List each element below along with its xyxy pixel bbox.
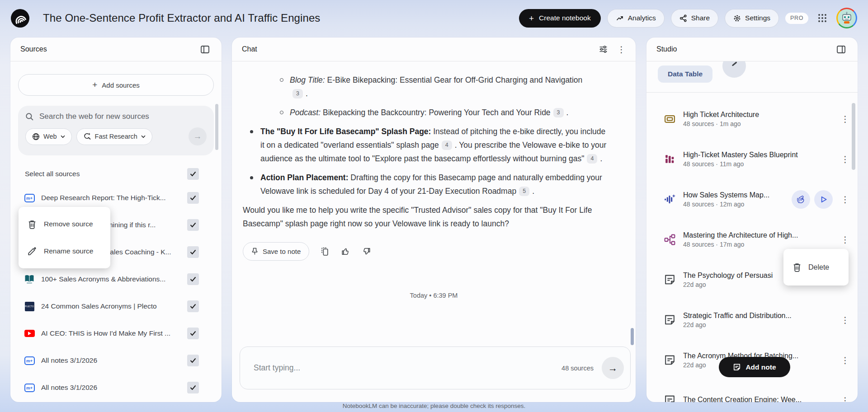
rename-source-menu-item[interactable]: Rename source bbox=[19, 238, 110, 265]
source-checkbox[interactable] bbox=[187, 192, 199, 204]
chat-scrollbar[interactable] bbox=[631, 328, 634, 345]
kebab-icon[interactable]: ⋮ bbox=[841, 396, 849, 402]
chat-message: Blog Title: E-Bike Bikepacking: Essentia… bbox=[232, 61, 636, 302]
trash-icon bbox=[793, 262, 802, 272]
sources-panel-title: Sources bbox=[20, 45, 47, 53]
web-filter-dropdown[interactable]: Web bbox=[25, 128, 72, 145]
collapse-panel-icon[interactable] bbox=[198, 42, 212, 56]
kebab-icon[interactable]: ⋮ bbox=[841, 195, 849, 204]
sources-scrollbar[interactable] bbox=[215, 104, 218, 150]
source-checkbox[interactable] bbox=[187, 382, 199, 393]
studio-panel-title: Studio bbox=[656, 45, 677, 53]
studio-item[interactable]: Strategic Traffic and Distribution... 22… bbox=[646, 300, 858, 340]
citation-chip[interactable]: 3 bbox=[292, 89, 303, 98]
studio-list: High Ticket Architecture 48 sources · 1m… bbox=[646, 93, 858, 402]
kebab-icon[interactable]: ⋮ bbox=[841, 316, 849, 324]
google-apps-grid-icon[interactable] bbox=[815, 10, 830, 26]
collapse-panel-icon[interactable] bbox=[834, 42, 848, 56]
kebab-icon[interactable]: ⋮ bbox=[841, 235, 849, 244]
plus-icon: + bbox=[92, 80, 97, 90]
save-to-note-button[interactable]: Save to note bbox=[243, 242, 309, 261]
source-checkbox[interactable] bbox=[187, 328, 199, 339]
search-input[interactable] bbox=[39, 112, 207, 121]
studio-item[interactable]: How Sales Systems Map... 48 sources · 12… bbox=[646, 179, 858, 220]
gear-icon bbox=[733, 14, 741, 22]
share-icon bbox=[679, 14, 687, 22]
chat-input[interactable] bbox=[254, 363, 553, 373]
citation-chip[interactable]: 4 bbox=[442, 140, 452, 150]
data-table-chip[interactable]: Data Table bbox=[658, 66, 712, 83]
thumbs-up-icon[interactable] bbox=[340, 246, 351, 257]
pin-icon bbox=[251, 248, 258, 255]
globe-icon bbox=[32, 133, 40, 140]
notebooklm-logo[interactable] bbox=[11, 9, 29, 28]
studio-scrolled-card: Data Table bbox=[646, 61, 858, 92]
source-checkbox[interactable] bbox=[187, 246, 199, 258]
sources-panel: Sources + Add sources Web bbox=[10, 37, 222, 402]
chat-closing-paragraph: Would you like me to help you write the … bbox=[243, 203, 595, 230]
studio-item[interactable]: The Content Creation Engine: Wee... ⋮ bbox=[646, 380, 858, 402]
studio-item[interactable]: High Ticket Architecture 48 sources · 1m… bbox=[646, 99, 858, 139]
kebab-icon[interactable]: ⋮ bbox=[841, 115, 849, 123]
plecto-favicon: PLECTO bbox=[25, 302, 34, 311]
source-checkbox[interactable] bbox=[187, 300, 199, 312]
chat-sub-bullet: Podcast: Bikepacking the Backcountry: Po… bbox=[280, 106, 625, 119]
source-checkbox[interactable] bbox=[187, 219, 199, 231]
tune-icon[interactable] bbox=[596, 42, 610, 56]
chat-input-box: 48 sources → bbox=[240, 346, 631, 389]
book-icon bbox=[24, 274, 35, 285]
chat-bullet: The "Buy It For Life Basecamp" Splash Pa… bbox=[250, 125, 625, 165]
copy-icon[interactable] bbox=[319, 246, 330, 257]
source-row[interactable]: AI CEO: THIS is How I'd Make My First ..… bbox=[10, 320, 222, 347]
chat-panel-title: Chat bbox=[242, 45, 257, 53]
select-all-checkbox[interactable] bbox=[187, 168, 199, 180]
remove-source-menu-item[interactable]: Remove source bbox=[19, 211, 110, 238]
send-button[interactable]: → bbox=[602, 357, 624, 379]
note-icon bbox=[664, 394, 676, 402]
source-row[interactable]: m+ All notes 3/1/2026 bbox=[10, 374, 222, 401]
search-submit-button[interactable]: → bbox=[189, 127, 207, 145]
source-checkbox[interactable] bbox=[187, 273, 199, 285]
source-checkbox[interactable] bbox=[187, 355, 199, 366]
source-count-label: 48 sources bbox=[561, 365, 594, 372]
citation-chip[interactable]: 5 bbox=[519, 187, 529, 196]
citation-chip[interactable]: 3 bbox=[553, 108, 564, 117]
delete-menu-item[interactable]: Delete bbox=[783, 249, 849, 286]
create-notebook-button[interactable]: + Create notebook bbox=[519, 9, 601, 28]
kebab-icon[interactable]: ⋮ bbox=[841, 356, 849, 365]
note-icon bbox=[733, 363, 741, 371]
bar-chart-icon bbox=[664, 153, 676, 165]
settings-button[interactable]: Settings bbox=[725, 9, 779, 28]
message-action-row: Save to note bbox=[243, 242, 625, 261]
date-divider: Today • 6:39 PM bbox=[243, 289, 625, 302]
chat-bullet: Action Plan Placement: Drafting the copy… bbox=[250, 171, 625, 198]
avatar[interactable] bbox=[836, 8, 857, 28]
note-icon bbox=[664, 274, 676, 286]
chat-kebab-icon[interactable]: ⋮ bbox=[617, 45, 626, 54]
play-button[interactable] bbox=[814, 190, 833, 209]
studio-panel: Studio Data Table High Ticket Architectu… bbox=[646, 37, 858, 402]
top-bar: The One-Sentence Profit Extractor and AI… bbox=[0, 0, 868, 36]
studio-scrollbar[interactable] bbox=[852, 103, 855, 170]
analytics-button[interactable]: Analytics bbox=[607, 9, 665, 28]
trash-icon bbox=[28, 220, 37, 229]
notebooklm-note-icon: m+ bbox=[24, 356, 35, 365]
source-row[interactable]: m+ All notes 3/1/2026 bbox=[10, 347, 222, 374]
add-sources-button[interactable]: + Add sources bbox=[18, 74, 214, 96]
source-row[interactable]: PLECTO 24 Common Sales Acronyms | Plecto bbox=[10, 293, 222, 320]
audio-waveform-icon bbox=[664, 193, 676, 206]
thumbs-down-icon[interactable] bbox=[361, 246, 372, 257]
interactive-mode-button[interactable] bbox=[792, 190, 810, 209]
share-button[interactable]: Share bbox=[671, 9, 718, 28]
kebab-icon[interactable]: ⋮ bbox=[841, 155, 849, 164]
pencil-icon bbox=[28, 247, 37, 256]
collapse-chip-button[interactable] bbox=[722, 61, 746, 78]
plus-icon: + bbox=[529, 14, 534, 23]
studio-item[interactable]: High-Ticket Mastery Sales Blueprint 48 s… bbox=[646, 139, 858, 179]
note-icon bbox=[664, 354, 676, 366]
note-icon bbox=[664, 314, 676, 326]
add-note-button[interactable]: Add note bbox=[719, 357, 790, 377]
citation-chip[interactable]: 4 bbox=[587, 154, 597, 164]
research-mode-dropdown[interactable]: Fast Research bbox=[76, 128, 152, 145]
source-row[interactable]: 100+ Sales Acronyms & Abbreviations... bbox=[10, 266, 222, 293]
